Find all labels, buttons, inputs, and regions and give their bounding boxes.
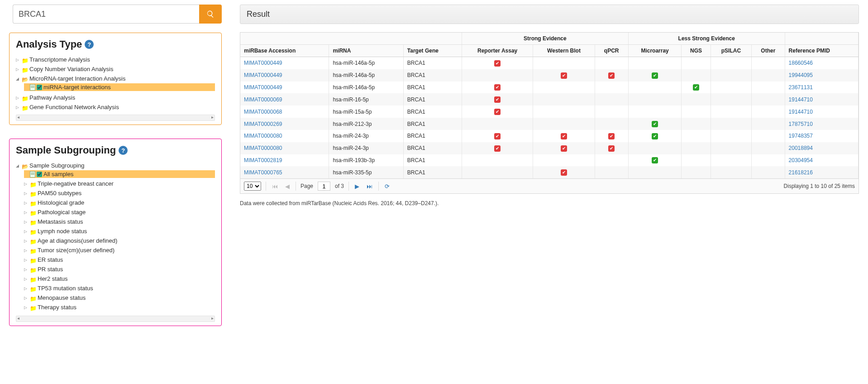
horizontal-scrollbar[interactable] xyxy=(16,316,215,322)
expand-icon[interactable]: ▷ xyxy=(24,220,29,224)
accession-link[interactable]: MIMAT0000080 xyxy=(244,145,282,151)
pmid-link[interactable]: 18660546 xyxy=(789,60,813,66)
pmid-link[interactable]: 21618216 xyxy=(789,169,813,176)
accession-link[interactable]: MIMAT0002819 xyxy=(244,157,282,163)
next-page-button[interactable]: ▶ xyxy=(353,183,361,190)
last-page-button[interactable]: ⏭ xyxy=(365,183,374,190)
col-psilac[interactable]: pSILAC xyxy=(711,45,751,57)
tree-folder[interactable]: ▷Pathological stage xyxy=(24,208,215,216)
tree-folder[interactable]: ◢Sample Subgrouping xyxy=(16,162,215,169)
tree-checkbox[interactable] xyxy=(37,85,42,90)
prev-page-button[interactable]: ◀ xyxy=(284,183,291,190)
accession-link[interactable]: MIMAT0000449 xyxy=(244,84,282,91)
expand-icon[interactable]: ▷ xyxy=(24,210,29,215)
pmid-link[interactable]: 20304954 xyxy=(789,157,813,163)
expand-icon[interactable]: ▷ xyxy=(24,305,29,310)
refresh-button[interactable]: ⟳ xyxy=(383,183,391,190)
tree-folder[interactable]: ▷Her2 status xyxy=(24,275,215,283)
folder-icon xyxy=(30,191,36,196)
tree-folder[interactable]: ▷ER status xyxy=(24,256,215,264)
expand-icon[interactable]: ▷ xyxy=(24,267,29,272)
first-page-button[interactable]: ⏮ xyxy=(271,183,279,190)
help-icon[interactable]: ? xyxy=(119,146,128,155)
col-western[interactable]: Western Blot xyxy=(533,45,595,57)
tree-folder[interactable]: ▷Gene Functional Network Analysis xyxy=(16,103,215,111)
col-other[interactable]: Other xyxy=(752,45,785,57)
tree-folder[interactable]: ▷Copy Number Variation Analysis xyxy=(16,65,215,73)
col-microarray[interactable]: Microarray xyxy=(628,45,681,57)
expand-icon[interactable]: ▷ xyxy=(16,67,20,72)
tree-folder[interactable]: ▷Age at diagnosis(user defined) xyxy=(24,237,215,245)
pmid-link[interactable]: 20018894 xyxy=(789,145,813,151)
tree-folder[interactable]: ▷PAM50 subtypes xyxy=(24,189,215,197)
expand-icon[interactable]: ▷ xyxy=(24,296,29,300)
tree-folder[interactable]: ▷Menopause status xyxy=(24,294,215,302)
page-size-select[interactable]: 10 xyxy=(244,182,261,191)
accession-link[interactable]: MIMAT0000080 xyxy=(244,133,282,139)
table-row[interactable]: MIMAT0000080hsa-miR-24-3pBRCA1✔✔✔✔197483… xyxy=(240,130,858,142)
tree-folder[interactable]: ▷TP53 mutation status xyxy=(24,284,215,292)
tree-folder[interactable]: ▷Metastasis status xyxy=(24,218,215,226)
expand-icon[interactable]: ▷ xyxy=(24,182,29,186)
accession-link[interactable]: MIMAT0000269 xyxy=(244,121,282,127)
tree-leaf[interactable]: All samples xyxy=(24,170,215,178)
expand-icon[interactable]: ▷ xyxy=(24,229,29,234)
collapse-icon[interactable]: ◢ xyxy=(16,77,20,81)
col-mirna[interactable]: miRNA xyxy=(329,45,403,57)
col-ngs[interactable]: NGS xyxy=(682,45,711,57)
expand-icon[interactable]: ▷ xyxy=(16,105,20,110)
tree-folder[interactable]: ▷Tumor size(cm)(user defined) xyxy=(24,246,215,254)
search-button[interactable] xyxy=(199,5,222,24)
tree-folder[interactable]: ▷Histological grade xyxy=(24,199,215,206)
col-target[interactable]: Target Gene xyxy=(403,45,462,57)
expand-icon[interactable]: ▷ xyxy=(16,96,20,100)
pmid-link[interactable]: 19144710 xyxy=(789,96,813,103)
page-input[interactable] xyxy=(318,182,330,191)
expand-icon[interactable]: ▷ xyxy=(24,191,29,196)
table-row[interactable]: MIMAT0000449hsa-miR-146a-5pBRCA1✔1866054… xyxy=(240,57,858,69)
expand-icon[interactable]: ▷ xyxy=(16,58,20,62)
search-input[interactable] xyxy=(13,5,199,24)
tree-folder[interactable]: ▷Triple-negative breast cancer xyxy=(24,180,215,187)
accession-link[interactable]: MIMAT0000765 xyxy=(244,169,282,176)
tree-folder[interactable]: ▷Therapy status xyxy=(24,303,215,311)
pmid-link[interactable]: 19944095 xyxy=(789,72,813,78)
col-qpcr[interactable]: qPCR xyxy=(595,45,628,57)
tree-folder[interactable]: ▷Lymph node status xyxy=(24,227,215,235)
expand-icon[interactable]: ▷ xyxy=(24,286,29,291)
expand-icon[interactable]: ▷ xyxy=(24,201,29,205)
table-row[interactable]: MIMAT0000765hsa-miR-335-5pBRCA1✔21618216 xyxy=(240,166,858,178)
collapse-icon[interactable]: ◢ xyxy=(16,163,20,168)
expand-icon[interactable]: ▷ xyxy=(24,239,29,243)
tree-folder[interactable]: ▷PR status xyxy=(24,265,215,273)
col-reporter[interactable]: Reporter Assay xyxy=(462,45,533,57)
pmid-link[interactable]: 19748357 xyxy=(789,133,813,139)
tree-folder[interactable]: ▷Transcriptome Analysis xyxy=(16,56,215,63)
pmid-link[interactable]: 17875710 xyxy=(789,121,813,127)
horizontal-scrollbar[interactable] xyxy=(16,115,215,121)
table-row[interactable]: MIMAT0000068hsa-miR-15a-5pBRCA1✔19144710 xyxy=(240,106,858,118)
table-row[interactable]: MIMAT0000069hsa-miR-16-5pBRCA1✔19144710 xyxy=(240,93,858,106)
tree-folder[interactable]: ◢MicroRNA-target Interaction Analysis xyxy=(16,75,215,82)
col-pmid[interactable]: Reference PMID xyxy=(785,45,858,57)
pmid-link[interactable]: 23671131 xyxy=(789,84,813,91)
table-row[interactable]: MIMAT0000269hsa-miR-212-3pBRCA1✔17875710 xyxy=(240,118,858,130)
data-source-footnote: Data were collected from miRTarBase (Nuc… xyxy=(240,200,859,206)
tree-checkbox[interactable] xyxy=(37,172,42,177)
expand-icon[interactable]: ▷ xyxy=(24,258,29,262)
table-row[interactable]: MIMAT0000449hsa-miR-146a-5pBRCA1✔✔236711… xyxy=(240,82,858,94)
pmid-link[interactable]: 19144710 xyxy=(789,109,813,115)
table-row[interactable]: MIMAT0002819hsa-miR-193b-3pBRCA1✔2030495… xyxy=(240,154,858,167)
table-row[interactable]: MIMAT0000449hsa-miR-146a-5pBRCA1✔✔✔19944… xyxy=(240,69,858,82)
expand-icon[interactable]: ▷ xyxy=(24,248,29,253)
help-icon[interactable]: ? xyxy=(85,40,94,49)
accession-link[interactable]: MIMAT0000068 xyxy=(244,109,282,115)
accession-link[interactable]: MIMAT0000449 xyxy=(244,72,282,78)
accession-link[interactable]: MIMAT0000449 xyxy=(244,60,282,66)
col-accession[interactable]: miRBase Accession xyxy=(240,45,329,57)
table-row[interactable]: MIMAT0000080hsa-miR-24-3pBRCA1✔✔✔2001889… xyxy=(240,142,858,154)
tree-leaf[interactable]: miRNA-target interactions xyxy=(24,83,215,91)
accession-link[interactable]: MIMAT0000069 xyxy=(244,96,282,103)
expand-icon[interactable]: ▷ xyxy=(24,277,29,281)
tree-folder[interactable]: ▷Pathway Analysis xyxy=(16,94,215,101)
